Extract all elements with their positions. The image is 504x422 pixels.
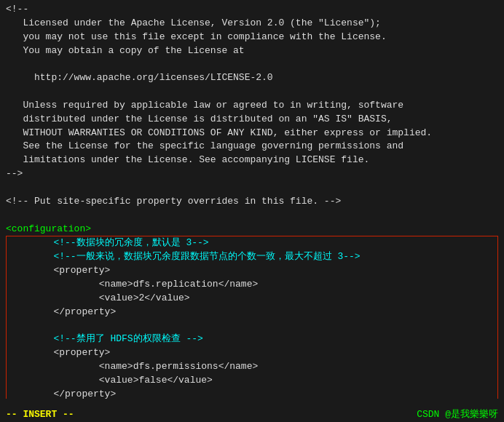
attribution: CSDN @是我樂樂呀 [417,407,498,421]
line-14: --> [6,167,498,181]
line-22: <name>dfs.replication</name> [8,278,496,292]
line-2: <!-- [6,3,498,17]
line-6 [6,57,498,71]
status-bar: -- INSERT -- CSDN @是我樂樂呀 [0,406,504,422]
line-7: http://www.apache.org/licenses/LICENSE-2… [6,71,498,85]
line-13: limitations under the License. See accom… [6,154,498,167]
line-4: you may not use this file except in comp… [6,31,498,44]
line-17 [6,209,498,223]
line-3: Licensed under the Apache License, Versi… [6,17,498,31]
line-15 [6,181,498,195]
line-11: WITHOUT WARRANTIES OR CONDITIONS OF ANY … [6,127,498,140]
line-5: You may obtain a copy of the License at [6,44,498,58]
line-26: <!--禁用了 HDFS的权限检查 --> [8,333,496,346]
line-27: <property> [8,346,496,360]
line-29: <value>false</value> [8,374,496,388]
line-12: See the License for the specific languag… [6,140,498,154]
line-16: <!-- Put site-specific property override… [6,195,498,209]
line-24: </property> [8,306,496,319]
editor-container: <!-- Licensed under the Apache License, … [0,0,504,422]
editor-mode: -- INSERT -- [6,409,74,420]
line-9: Unless required by applicable law or agr… [6,99,498,113]
line-23: <value>2</value> [8,292,496,306]
line-25 [8,319,496,333]
config-block: <!--数据块的冗余度，默认是 3--> <!--一般来说，数据块冗余度跟数据节… [6,236,498,399]
line-19: <!--数据块的冗余度，默认是 3--> [8,236,496,250]
line-30: </property> [8,388,496,399]
line-28: <name>dfs.permissions</name> [8,360,496,374]
line-20: <!--一般来说，数据块冗余度跟数据节点的个数一致，最大不超过 3--> [8,250,496,264]
line-8 [6,85,498,99]
code-area: <!-- Licensed under the Apache License, … [6,3,498,399]
line-21: <property> [8,264,496,278]
line-18: <configuration> [6,223,498,236]
line-10: distributed under the License is distrib… [6,113,498,127]
